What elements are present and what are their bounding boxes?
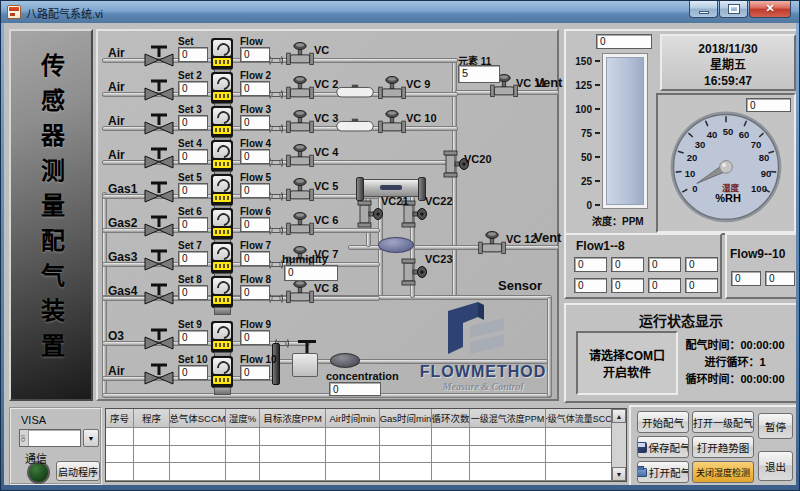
open-trend-button[interactable]: 打开趋势图 bbox=[692, 436, 754, 458]
visa-dropdown-button[interactable]: ▼ bbox=[83, 429, 99, 447]
flow-readout: 0 bbox=[574, 257, 607, 272]
table-row[interactable] bbox=[106, 428, 611, 446]
gauge-tick: 70 bbox=[751, 139, 762, 150]
save-icon bbox=[637, 442, 647, 453]
exit-button[interactable]: 退出 bbox=[758, 451, 793, 481]
element11-input[interactable]: 5 bbox=[458, 65, 500, 83]
table-header-row: 序号 程序 总气体SCCM 湿度% 目标浓度PPM Air时间min Gas时间… bbox=[106, 409, 611, 428]
close-humidity-button[interactable]: 关闭湿度检测 bbox=[692, 461, 754, 483]
flow-readout: 0 bbox=[648, 278, 681, 293]
set-input[interactable]: 0 bbox=[178, 251, 208, 266]
manual-valve-icon bbox=[142, 327, 176, 351]
gauge-tick: 40 bbox=[707, 129, 718, 140]
solenoid-valve-icon[interactable] bbox=[376, 74, 408, 102]
solenoid-valve-icon[interactable] bbox=[398, 255, 428, 289]
flow-label: Flow 7 bbox=[240, 240, 271, 251]
set-input[interactable]: 0 bbox=[178, 47, 208, 62]
gas-label: Air bbox=[108, 114, 125, 128]
set-input[interactable]: 0 bbox=[178, 330, 208, 345]
flow-display: 0 bbox=[240, 330, 270, 345]
vent-mid-label: Vent bbox=[534, 230, 561, 245]
set-input[interactable]: 0 bbox=[178, 183, 208, 198]
scroll-down-button[interactable]: ▼ bbox=[612, 467, 626, 481]
maximize-icon bbox=[729, 5, 739, 13]
set-input[interactable]: 0 bbox=[178, 149, 208, 164]
maximize-button[interactable] bbox=[719, 1, 748, 18]
column-header: 湿度% bbox=[226, 409, 260, 428]
visa-label: VISA bbox=[21, 414, 46, 426]
set-input[interactable]: 0 bbox=[178, 115, 208, 130]
start-program-button[interactable]: 启动程序 bbox=[56, 461, 100, 481]
vent-top-label: Vent bbox=[535, 75, 562, 90]
minimize-icon bbox=[699, 11, 709, 14]
tank-tick: 125 bbox=[566, 80, 592, 91]
sidebar-banner: 传感器测量配气装置 bbox=[9, 29, 93, 401]
vc-label: VC 8 bbox=[314, 282, 338, 294]
close-button[interactable]: ✕ bbox=[749, 1, 791, 18]
check-valve-icon bbox=[268, 88, 284, 101]
minimize-button[interactable] bbox=[689, 1, 718, 18]
flow-display: 0 bbox=[240, 149, 270, 164]
vc20-label: VC20 bbox=[464, 153, 492, 165]
flowmethod-logo-icon bbox=[428, 299, 538, 357]
logo-tagline: Measure & Control bbox=[408, 381, 558, 392]
app-window: 八路配气系统.vi ✕ 传感器测量配气装置 bbox=[0, 0, 800, 491]
solenoid-valve-icon[interactable] bbox=[354, 197, 384, 231]
set-label: Set 9 bbox=[178, 319, 202, 330]
solenoid-valve-icon[interactable] bbox=[284, 278, 316, 306]
scroll-up-button[interactable]: ▲ bbox=[612, 409, 626, 423]
flow-readout: 0 bbox=[648, 257, 681, 272]
table-row[interactable] bbox=[106, 463, 611, 481]
column-header: 程序 bbox=[134, 409, 170, 428]
mass-flow-controller-icon bbox=[211, 72, 233, 104]
titlebar[interactable]: 八路配气系统.vi ✕ bbox=[1, 1, 799, 23]
solenoid-valve-icon[interactable] bbox=[376, 108, 408, 136]
flow-display: 0 bbox=[240, 183, 270, 198]
solenoid-valve-icon[interactable] bbox=[284, 210, 316, 238]
concentration-tank-gauge bbox=[602, 53, 648, 209]
mass-flow-controller-icon bbox=[211, 174, 233, 206]
folder-icon bbox=[637, 468, 647, 477]
column-header: 循环次数 bbox=[432, 409, 470, 428]
solenoid-valve-icon[interactable] bbox=[284, 142, 316, 170]
set-input[interactable]: 0 bbox=[178, 365, 208, 380]
gauge-tick: 10 bbox=[685, 168, 696, 179]
status-title: 运行状态显示 bbox=[566, 310, 796, 330]
program-table[interactable]: 序号 程序 总气体SCCM 湿度% 目标浓度PPM Air时间min Gas时间… bbox=[105, 408, 627, 482]
solenoid-valve-icon[interactable] bbox=[476, 229, 508, 257]
inline-tank-icon bbox=[336, 83, 374, 99]
open-gas-button[interactable]: 打开配气 bbox=[637, 461, 689, 483]
pause-button[interactable]: 暂停 bbox=[758, 413, 793, 439]
manual-valve-icon bbox=[142, 180, 176, 204]
set-label: Set 6 bbox=[178, 206, 202, 217]
flow910-title: Flow9--10 bbox=[730, 247, 785, 261]
humidity-value-display: 0 bbox=[746, 98, 791, 112]
check-valve-icon bbox=[268, 122, 284, 135]
set-input[interactable]: 0 bbox=[178, 217, 208, 232]
set-input[interactable]: 0 bbox=[178, 81, 208, 96]
gas-label: Gas2 bbox=[108, 216, 137, 230]
save-gas-button[interactable]: 保存配气 bbox=[637, 436, 689, 458]
set-input[interactable]: 0 bbox=[178, 285, 208, 300]
flow-readout: 0 bbox=[685, 278, 718, 293]
manual-valve-icon bbox=[142, 282, 176, 306]
flow-label: Flow 3 bbox=[240, 104, 271, 115]
start-gas-button[interactable]: 开始配气 bbox=[637, 411, 689, 433]
solenoid-valve-icon[interactable] bbox=[284, 176, 316, 204]
table-scrollbar[interactable]: ▲ ▼ bbox=[611, 409, 626, 481]
manual-valve-icon bbox=[142, 112, 176, 136]
mass-flow-controller-icon bbox=[211, 242, 233, 274]
humidity-label: humidity bbox=[282, 253, 328, 265]
solenoid-valve-icon[interactable] bbox=[284, 40, 316, 68]
io-tag: I/O bbox=[20, 430, 29, 446]
window-title: 八路配气系统.vi bbox=[26, 5, 103, 21]
table-row[interactable] bbox=[106, 446, 611, 464]
solenoid-valve-icon[interactable] bbox=[284, 108, 316, 136]
flow-display: 0 bbox=[240, 81, 270, 96]
cycle-count-label: 进行循环： bbox=[704, 356, 759, 368]
visa-resource-input[interactable]: I/O bbox=[19, 429, 81, 447]
tank-tick: 75 bbox=[566, 128, 592, 139]
open-primary-gas-button[interactable]: 打开一级配气 bbox=[692, 411, 754, 433]
set-label: Set 2 bbox=[178, 70, 202, 81]
solenoid-valve-icon[interactable] bbox=[284, 74, 316, 102]
